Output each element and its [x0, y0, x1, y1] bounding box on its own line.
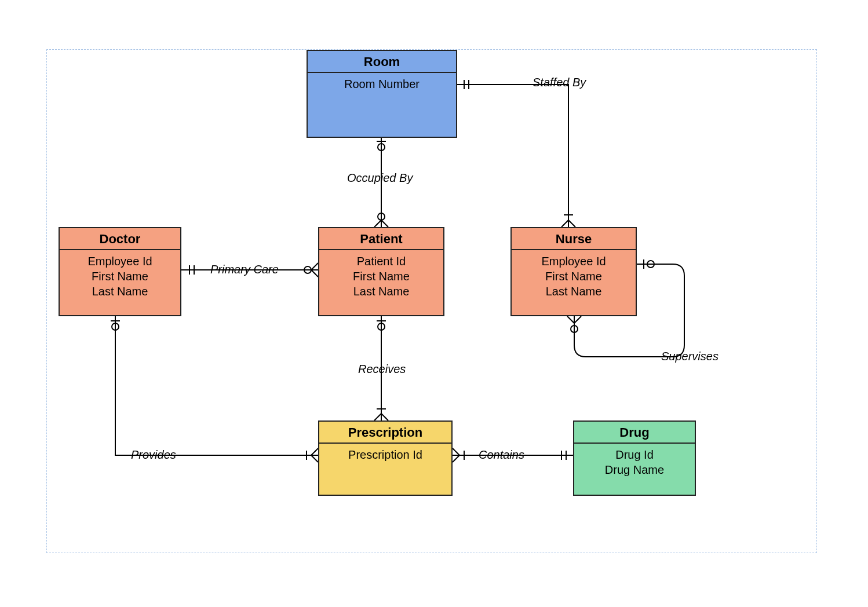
attr: Last Name	[319, 284, 443, 299]
entity-title: Patient	[319, 228, 443, 250]
entity-title: Drug	[574, 422, 695, 444]
rel-contains: Contains	[479, 448, 524, 462]
attr: First Name	[512, 269, 636, 284]
entity-attrs: Patient Id First Name Last Name	[319, 250, 443, 302]
entity-attrs: Room Number	[308, 73, 456, 95]
attr: Prescription Id	[319, 447, 451, 462]
entity-title: Room	[308, 51, 456, 73]
entity-nurse[interactable]: Nurse Employee Id First Name Last Name	[510, 227, 637, 316]
svg-point-3	[378, 213, 385, 220]
entity-patient[interactable]: Patient Patient Id First Name Last Name	[318, 227, 444, 316]
entity-attrs: Employee Id First Name Last Name	[512, 250, 636, 302]
entity-title: Nurse	[512, 228, 636, 250]
attr: Employee Id	[512, 254, 636, 269]
svg-point-24	[571, 326, 578, 332]
entity-title: Prescription	[319, 422, 451, 444]
svg-point-15	[112, 323, 119, 330]
attr: Last Name	[512, 284, 636, 299]
entity-doctor[interactable]: Doctor Employee Id First Name Last Name	[59, 227, 181, 316]
rel-receives: Receives	[358, 363, 406, 376]
entity-attrs: Prescription Id	[319, 444, 451, 466]
attr: Last Name	[60, 284, 180, 299]
svg-point-10	[304, 266, 311, 273]
rel-supervises: Supervises	[661, 350, 719, 363]
rel-staffed-by: Staffed By	[533, 76, 586, 89]
attr: Drug Id	[574, 447, 695, 462]
svg-point-23	[647, 261, 654, 268]
entity-room[interactable]: Room Room Number	[307, 50, 457, 138]
entity-title: Doctor	[60, 228, 180, 250]
attr: Drug Name	[574, 462, 695, 477]
attr: First Name	[319, 269, 443, 284]
svg-point-12	[378, 323, 385, 330]
attr: First Name	[60, 269, 180, 284]
attr: Room Number	[308, 76, 456, 92]
entity-drug[interactable]: Drug Drug Id Drug Name	[573, 420, 696, 496]
entity-attrs: Drug Id Drug Name	[574, 444, 695, 481]
rel-provides: Provides	[131, 448, 176, 462]
attr: Employee Id	[60, 254, 180, 269]
attr: Patient Id	[319, 254, 443, 269]
rel-occupied-by: Occupied By	[347, 171, 413, 185]
svg-point-1	[378, 144, 385, 151]
diagram-canvas: Room Room Number Doctor Employee Id Firs…	[46, 49, 817, 553]
entity-prescription[interactable]: Prescription Prescription Id	[318, 420, 453, 496]
rel-primary-care: Primary Care	[210, 263, 279, 276]
entity-attrs: Employee Id First Name Last Name	[60, 250, 180, 302]
